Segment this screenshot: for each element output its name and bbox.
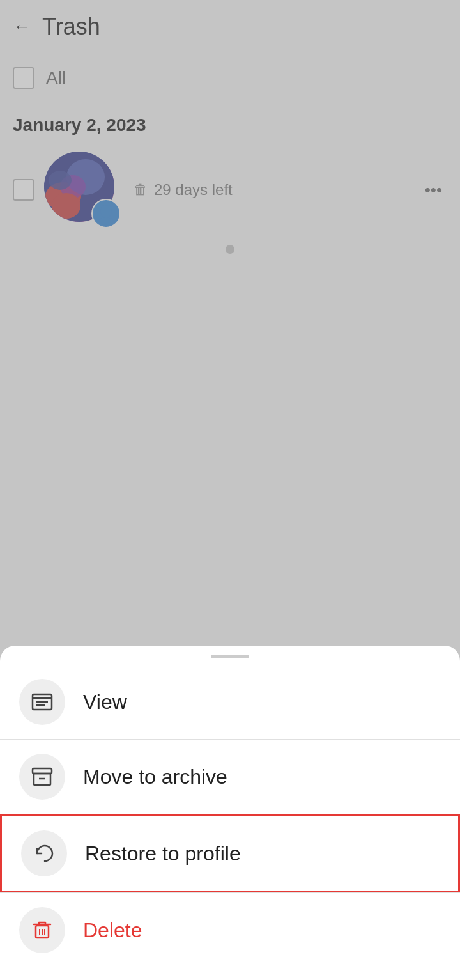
view-label: View	[83, 690, 127, 714]
archive-label: Move to archive	[83, 765, 227, 789]
menu-item-view[interactable]: View	[0, 665, 460, 739]
archive-icon	[31, 766, 53, 788]
delete-label: Delete	[83, 919, 142, 942]
menu-item-restore[interactable]: Restore to profile	[0, 814, 460, 892]
menu-item-delete[interactable]: Delete	[0, 893, 460, 967]
sheet-handle	[0, 646, 460, 665]
handle-bar	[211, 655, 249, 658]
view-icon-circle	[19, 679, 65, 725]
restore-icon-circle	[21, 830, 67, 876]
delete-trash-icon	[31, 919, 53, 941]
bottom-sheet: View Move to archive Restore to profile	[0, 646, 460, 980]
delete-icon-circle	[19, 907, 65, 953]
restore-icon	[33, 843, 55, 864]
restore-label: Restore to profile	[85, 842, 241, 866]
grey-overlay	[0, 0, 460, 681]
menu-item-archive[interactable]: Move to archive	[0, 740, 460, 814]
view-icon	[31, 691, 53, 713]
archive-icon-circle	[19, 754, 65, 800]
